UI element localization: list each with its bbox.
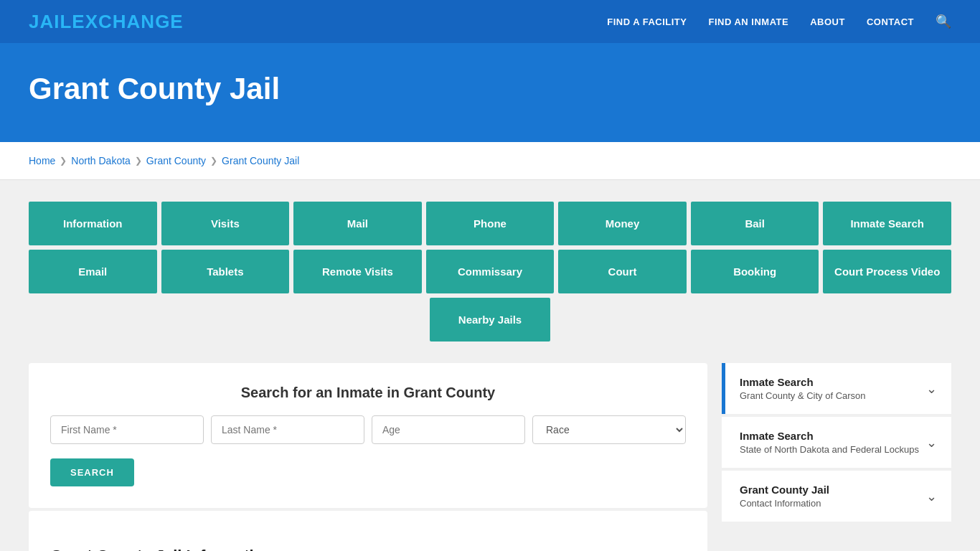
info-title: Grant County Jail Information (50, 547, 686, 551)
age-input[interactable] (372, 415, 525, 444)
first-name-input[interactable] (50, 415, 204, 444)
chevron-down-icon-3: ⌄ (926, 489, 937, 504)
sidebar-card-subtitle-3: Contact Information (740, 498, 829, 509)
sidebar-card-inner-1[interactable]: Inmate Search Grant County & City of Car… (725, 363, 951, 414)
sidebar-card-inner-3[interactable]: Grant County Jail Contact Information ⌄ (725, 471, 951, 522)
sidebar-card-subtitle-2: State of North Dakota and Federal Lockup… (740, 444, 919, 455)
chevron-down-icon-1: ⌄ (926, 381, 937, 397)
btn-commissary[interactable]: Commissary (426, 250, 555, 293)
hero-section: Grant County Jail (0, 43, 980, 142)
button-grid-row2: Email Tablets Remote Visits Commissary C… (29, 250, 951, 293)
btn-information[interactable]: Information (29, 202, 157, 245)
content-row: Search for an Inmate in Grant County Rac… (29, 363, 951, 551)
breadcrumb-sep-3: ❯ (210, 156, 217, 166)
breadcrumb-bar: Home ❯ North Dakota ❯ Grant County ❯ Gra… (0, 142, 980, 180)
sidebar-card-title-2: Inmate Search (740, 430, 919, 442)
nav-find-inmate[interactable]: FIND AN INMATE (708, 17, 788, 27)
last-name-input[interactable] (211, 415, 364, 444)
breadcrumb-sep-1: ❯ (60, 156, 67, 166)
breadcrumb-current: Grant County Jail (222, 155, 299, 166)
race-select[interactable]: Race White Black Hispanic Asian Other (532, 415, 686, 444)
logo-jail: JAIL (29, 11, 72, 32)
breadcrumb-nd[interactable]: North Dakota (71, 155, 130, 166)
sidebar-card-contact: Grant County Jail Contact Information ⌄ (722, 471, 951, 522)
button-grid-row1: Information Visits Mail Phone Money Bail… (29, 202, 951, 245)
info-section: Grant County Jail Information (29, 511, 707, 551)
sidebar-card-text-2: Inmate Search State of North Dakota and … (740, 430, 919, 455)
search-button[interactable]: SEARCH (50, 458, 134, 486)
btn-email[interactable]: Email (29, 250, 157, 293)
breadcrumb: Home ❯ North Dakota ❯ Grant County ❯ Gra… (29, 155, 951, 166)
breadcrumb-grant-county[interactable]: Grant County (146, 155, 206, 166)
sidebar-card-title-1: Inmate Search (740, 376, 866, 388)
search-title: Search for an Inmate in Grant County (50, 385, 686, 401)
btn-visits[interactable]: Visits (161, 202, 290, 245)
sidebar-card-text-1: Inmate Search Grant County & City of Car… (740, 376, 866, 401)
logo[interactable]: JAILEXCHANGE (29, 11, 184, 33)
nav-contact[interactable]: CONTACT (867, 17, 914, 27)
sidebar-card-subtitle-1: Grant County & City of Carson (740, 390, 866, 401)
breadcrumb-home[interactable]: Home (29, 155, 55, 166)
main-nav: FIND A FACILITY FIND AN INMATE ABOUT CON… (607, 14, 951, 29)
btn-court-process-video[interactable]: Court Process Video (823, 250, 951, 293)
page-title: Grant County Jail (29, 72, 951, 106)
nav-find-facility[interactable]: FIND A FACILITY (607, 17, 687, 27)
btn-bail[interactable]: Bail (691, 202, 819, 245)
btn-money[interactable]: Money (558, 202, 687, 245)
sidebar: Inmate Search Grant County & City of Car… (722, 363, 951, 524)
main-area: Information Visits Mail Phone Money Bail… (0, 180, 980, 551)
btn-mail[interactable]: Mail (293, 202, 422, 245)
btn-nearby-jails[interactable]: Nearby Jails (430, 298, 550, 342)
logo-exchange: EXCHANGE (72, 11, 183, 32)
left-column: Search for an Inmate in Grant County Rac… (29, 363, 707, 551)
btn-phone[interactable]: Phone (426, 202, 555, 245)
btn-court[interactable]: Court (558, 250, 687, 293)
btn-booking[interactable]: Booking (691, 250, 819, 293)
sidebar-card-inmate-search-nd: Inmate Search State of North Dakota and … (722, 417, 951, 468)
nav-about[interactable]: ABOUT (810, 17, 845, 27)
sidebar-card-text-3: Grant County Jail Contact Information (740, 484, 829, 509)
search-fields: Race White Black Hispanic Asian Other (50, 415, 686, 444)
chevron-down-icon-2: ⌄ (926, 435, 937, 451)
search-box: Search for an Inmate in Grant County Rac… (29, 363, 707, 508)
btn-tablets[interactable]: Tablets (161, 250, 290, 293)
btn-remote-visits[interactable]: Remote Visits (293, 250, 422, 293)
button-grid-row3: Nearby Jails (29, 298, 951, 342)
breadcrumb-sep-2: ❯ (135, 156, 142, 166)
header: JAILEXCHANGE FIND A FACILITY FIND AN INM… (0, 0, 980, 43)
sidebar-card-title-3: Grant County Jail (740, 484, 829, 496)
search-icon[interactable]: 🔍 (936, 14, 951, 29)
sidebar-card-inner-2[interactable]: Inmate Search State of North Dakota and … (725, 417, 951, 468)
btn-inmate-search[interactable]: Inmate Search (823, 202, 951, 245)
sidebar-card-inmate-search-grant: Inmate Search Grant County & City of Car… (722, 363, 951, 414)
